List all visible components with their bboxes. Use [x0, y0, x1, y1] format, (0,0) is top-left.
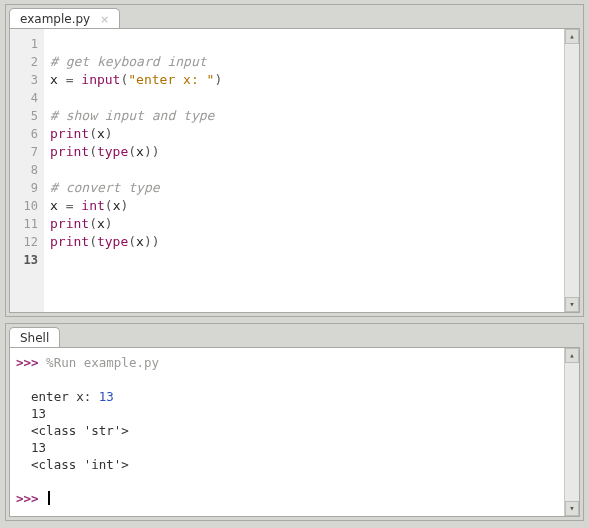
shell-line: >>> %Run example.py [16, 354, 558, 371]
close-icon[interactable]: × [100, 13, 109, 26]
editor-area: 12345678910111213 # get keyboard inputx … [9, 28, 580, 313]
line-number: 8 [14, 161, 38, 179]
shell-output[interactable]: >>> %Run example.py enter x: 13 13 <clas… [10, 348, 564, 516]
shell-scrollbar[interactable]: ▴ ▾ [564, 348, 579, 516]
line-number: 2 [14, 53, 38, 71]
code-line[interactable] [50, 89, 560, 107]
code-line[interactable] [50, 161, 560, 179]
cursor [48, 491, 50, 505]
shell-line: enter x: 13 [16, 388, 558, 405]
shell-line: 13 [16, 439, 558, 456]
line-number: 1 [14, 35, 38, 53]
editor-panel: example.py × 12345678910111213 # get key… [5, 4, 584, 317]
shell-line: >>> [16, 490, 558, 507]
scroll-up-icon[interactable]: ▴ [565, 29, 579, 44]
scroll-down-icon[interactable]: ▾ [565, 297, 579, 312]
line-number: 11 [14, 215, 38, 233]
shell-line [16, 371, 558, 388]
shell-line: <class 'str'> [16, 422, 558, 439]
editor-tab[interactable]: example.py × [9, 8, 120, 29]
line-number: 5 [14, 107, 38, 125]
line-number: 9 [14, 179, 38, 197]
code-line[interactable]: # convert type [50, 179, 560, 197]
line-number: 12 [14, 233, 38, 251]
line-number: 6 [14, 125, 38, 143]
code-editor[interactable]: # get keyboard inputx = input("enter x: … [44, 29, 564, 312]
code-line[interactable]: # get keyboard input [50, 53, 560, 71]
shell-tab[interactable]: Shell [9, 327, 60, 348]
shell-area: >>> %Run example.py enter x: 13 13 <clas… [9, 347, 580, 517]
shell-line [16, 473, 558, 490]
editor-scrollbar[interactable]: ▴ ▾ [564, 29, 579, 312]
line-number-gutter: 12345678910111213 [10, 29, 44, 312]
line-number: 3 [14, 71, 38, 89]
scroll-up-icon[interactable]: ▴ [565, 348, 579, 363]
shell-tab-label: Shell [20, 331, 49, 345]
code-line[interactable]: print(x) [50, 215, 560, 233]
scroll-down-icon[interactable]: ▾ [565, 501, 579, 516]
line-number: 7 [14, 143, 38, 161]
code-line[interactable] [50, 35, 560, 53]
shell-panel: Shell >>> %Run example.py enter x: 13 13… [5, 323, 584, 521]
shell-line: <class 'int'> [16, 456, 558, 473]
code-line[interactable]: print(x) [50, 125, 560, 143]
line-number: 4 [14, 89, 38, 107]
code-line[interactable]: x = int(x) [50, 197, 560, 215]
code-line[interactable]: # show input and type [50, 107, 560, 125]
code-line[interactable] [50, 251, 560, 269]
line-number: 13 [14, 251, 38, 269]
code-line[interactable]: x = input("enter x: ") [50, 71, 560, 89]
line-number: 10 [14, 197, 38, 215]
editor-tab-label: example.py [20, 12, 90, 26]
code-line[interactable]: print(type(x)) [50, 143, 560, 161]
shell-line: 13 [16, 405, 558, 422]
code-line[interactable]: print(type(x)) [50, 233, 560, 251]
